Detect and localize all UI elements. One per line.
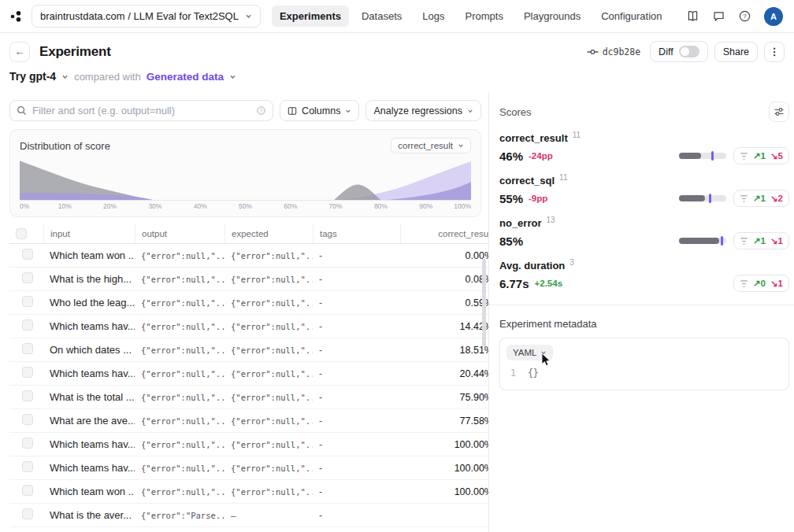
cell-expected[interactable]: {"error":null,"... xyxy=(224,464,313,473)
columns-button[interactable]: Columns xyxy=(280,100,359,121)
tab-prompts[interactable]: Prompts xyxy=(458,6,511,27)
diff-toggle-button[interactable]: Diff xyxy=(650,41,708,62)
col-header-output[interactable]: output xyxy=(135,224,224,243)
row-checkbox[interactable] xyxy=(22,461,33,472)
regressions-pill[interactable]: ↗0 ↘1 xyxy=(733,275,789,292)
table-row[interactable]: Which teams hav... {"error":null,"... {"… xyxy=(9,362,489,386)
metadata-code[interactable]: {} xyxy=(528,368,539,379)
cell-expected[interactable]: {"error":null,"... xyxy=(224,251,313,260)
analyze-regressions-button[interactable]: Analyze regressions xyxy=(365,100,481,121)
back-button[interactable]: ← xyxy=(9,42,30,62)
select-all-checkbox[interactable] xyxy=(16,228,27,239)
cell-expected[interactable]: {"error":null,"... xyxy=(224,298,313,308)
filter-input[interactable]: Filter and sort (e.g. output=null) ? xyxy=(9,100,273,121)
cell-expected[interactable]: {"error":null,"... xyxy=(224,440,313,449)
project-selector[interactable]: braintrustdata.com / LLM Eval for Text2S… xyxy=(32,5,261,28)
cell-expected[interactable]: {"error":null,"... xyxy=(224,487,313,497)
baseline-selector[interactable]: Generated data xyxy=(147,71,224,83)
cell-expected[interactable]: – xyxy=(224,511,313,520)
cell-output[interactable]: {"error":null,"... xyxy=(135,464,224,473)
cell-output[interactable]: {"error":null,"... xyxy=(135,369,224,379)
chevron-down-icon[interactable] xyxy=(229,73,236,80)
table-row[interactable]: On which dates ... {"error":null,"... {"… xyxy=(9,338,489,362)
cell-output[interactable]: {"error":null,"... xyxy=(135,251,224,260)
cell-output[interactable]: {"error":null,"... xyxy=(135,487,224,497)
cell-output[interactable]: {"error":null,"... xyxy=(135,275,224,284)
row-checkbox[interactable] xyxy=(22,390,33,401)
col-header-expected[interactable]: expected xyxy=(224,224,313,243)
share-button[interactable]: Share xyxy=(714,42,758,62)
table-row[interactable]: What are the ave... {"error":null,"... {… xyxy=(9,409,489,433)
cell-input[interactable]: Who led the leag... xyxy=(43,297,135,308)
cell-input[interactable]: Which teams hav... xyxy=(43,368,135,379)
row-checkbox[interactable] xyxy=(22,508,33,519)
commit-ref[interactable]: dc9b28e xyxy=(587,46,640,57)
col-header-input[interactable]: input xyxy=(43,224,135,243)
cell-input[interactable]: What is the high... xyxy=(43,273,135,285)
row-checkbox[interactable] xyxy=(22,343,33,354)
col-header-correct-result[interactable]: correct_result xyxy=(400,224,489,243)
row-checkbox[interactable] xyxy=(22,320,33,331)
cell-input[interactable]: What is the total ... xyxy=(43,391,135,403)
table-row[interactable]: Which teams hav... {"error":null,"... {"… xyxy=(9,433,489,456)
diff-toggle-switch[interactable] xyxy=(679,46,699,57)
cell-input[interactable]: On which dates ... xyxy=(43,344,135,356)
tab-configuration[interactable]: Configuration xyxy=(593,6,670,27)
cell-output[interactable]: {"error":null,"... xyxy=(135,416,224,426)
cell-expected[interactable]: {"error":null,"... xyxy=(224,275,313,284)
cell-input[interactable]: What are the ave... xyxy=(43,415,135,427)
cell-expected[interactable]: {"error":null,"... xyxy=(224,322,313,331)
experiment-selector[interactable]: Try gpt-4 xyxy=(9,70,56,83)
top-nav: braintrustdata.com / LLM Eval for Text2S… xyxy=(0,0,794,33)
row-checkbox[interactable] xyxy=(22,367,33,378)
chevron-down-icon[interactable] xyxy=(61,73,69,80)
docs-book-icon[interactable] xyxy=(686,9,699,23)
table-row[interactable]: Which teams hav... {"error":null,"... {"… xyxy=(9,315,489,338)
table-scrollbar[interactable] xyxy=(482,259,486,347)
cell-expected[interactable]: {"error":null,"... xyxy=(224,345,313,355)
row-checkbox[interactable] xyxy=(22,272,33,283)
regressions-pill[interactable]: ↗1 ↘2 xyxy=(733,190,789,207)
cell-input[interactable]: Which teams hav... xyxy=(43,462,135,474)
cell-expected[interactable]: {"error":null,"... xyxy=(224,416,313,426)
cell-output[interactable]: {"error":null,"... xyxy=(135,393,224,402)
more-options-button[interactable]: ⋮ xyxy=(764,42,785,62)
help-icon[interactable]: ? xyxy=(738,9,751,23)
cell-input[interactable]: Which teams hav... xyxy=(43,438,135,450)
table-row[interactable]: Who led the leag... {"error":null,"... {… xyxy=(9,291,489,315)
cell-expected[interactable]: {"error":null,"... xyxy=(224,369,313,379)
regressions-pill[interactable]: ↗1 ↘1 xyxy=(733,232,789,249)
feedback-chat-icon[interactable] xyxy=(712,9,725,23)
cell-output[interactable]: {"error":null,"... xyxy=(135,322,224,331)
col-header-tags[interactable]: tags xyxy=(313,224,400,243)
row-checkbox[interactable] xyxy=(22,249,33,260)
cell-output[interactable]: {"error":null,"... xyxy=(135,345,224,355)
table-row[interactable]: What is the aver... {"error":"Parse... –… xyxy=(9,504,489,527)
table-row[interactable]: Which team won ... {"error":null,"... {"… xyxy=(9,480,489,504)
table-row[interactable]: Which team won ... {"error":null,"... {"… xyxy=(9,244,489,268)
scores-settings-button[interactable] xyxy=(769,102,789,122)
row-checkbox[interactable] xyxy=(22,438,33,449)
cell-input[interactable]: Which team won ... xyxy=(43,249,135,261)
table-row[interactable]: What is the total ... {"error":null,"...… xyxy=(9,386,489,409)
avatar[interactable]: A xyxy=(764,7,783,26)
cell-input[interactable]: Which teams hav... xyxy=(43,320,135,332)
tab-playgrounds[interactable]: Playgrounds xyxy=(516,6,588,27)
distribution-score-select[interactable]: correct_result xyxy=(391,138,471,153)
cell-input[interactable]: Which team won ... xyxy=(43,486,135,497)
tab-experiments[interactable]: Experiments xyxy=(272,6,349,27)
cell-output[interactable]: {"error":"Parse... xyxy=(135,511,224,520)
tab-datasets[interactable]: Datasets xyxy=(354,6,410,27)
table-row[interactable]: What is the high... {"error":null,"... {… xyxy=(9,268,489,291)
row-checkbox[interactable] xyxy=(22,485,33,496)
filter-help-icon[interactable]: ? xyxy=(256,105,266,116)
tab-logs[interactable]: Logs xyxy=(414,6,452,27)
cell-expected[interactable]: {"error":null,"... xyxy=(224,393,313,402)
regressions-pill[interactable]: ↗1 ↘5 xyxy=(733,147,789,164)
row-checkbox[interactable] xyxy=(22,414,33,425)
row-checkbox[interactable] xyxy=(22,296,33,307)
cell-input[interactable]: What is the aver... xyxy=(43,509,135,521)
cell-output[interactable]: {"error":null,"... xyxy=(135,298,224,308)
cell-output[interactable]: {"error":null,"... xyxy=(135,440,224,449)
table-row[interactable]: Which teams hav... {"error":null,"... {"… xyxy=(9,456,489,480)
